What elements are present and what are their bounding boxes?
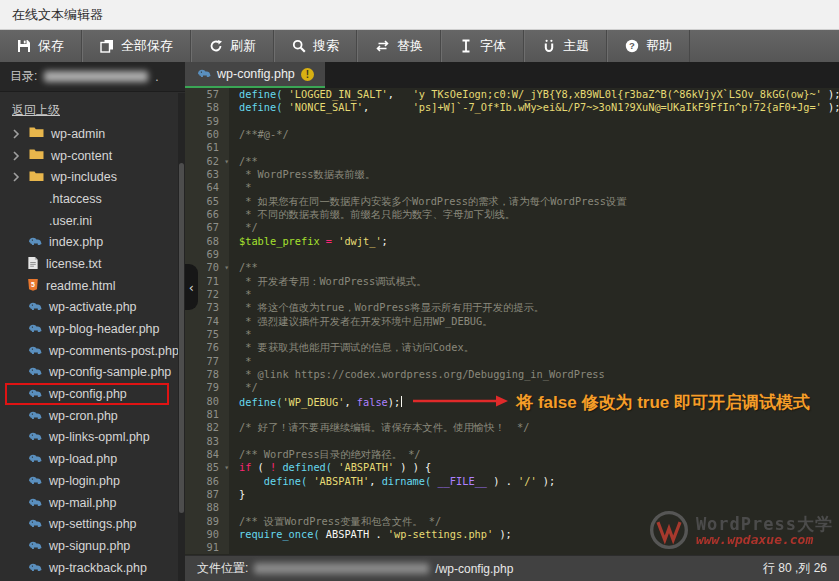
help-button[interactable]: ?帮助 [607, 30, 690, 62]
php-icon [27, 344, 42, 358]
status-bar: 文件位置: /wp-config.php 行 80 ,列 26 [185, 555, 839, 581]
line-number: 86 [185, 475, 229, 488]
file-item-wp-mail.php[interactable]: wp-mail.php [0, 492, 185, 514]
code-line: 83 [185, 435, 839, 448]
code-line: 66 * 不同的数据表前缀。前缀名只能为数字、字母加下划线。 [185, 208, 839, 221]
line-number: 63 [185, 168, 229, 181]
code-token: __FILE__ [437, 475, 487, 487]
directory-bar: 目录: . [0, 62, 185, 92]
folder-item-wp-includes[interactable]: wp-includes [0, 166, 185, 188]
file-name-label: wp-activate.php [49, 300, 137, 314]
code-text: * [229, 328, 251, 341]
code-line: 57define( 'LOGGED_IN_SALT', 'y TKsOeIogn… [185, 88, 839, 101]
file-name-label: wp-load.php [49, 452, 117, 466]
file-name-label: wp-cron.php [49, 409, 118, 423]
line-number: 68 [185, 235, 229, 248]
file-item-wp-config-sample.php[interactable]: wp-config-sample.php [0, 362, 185, 384]
line-number: 77 [185, 355, 229, 368]
code-token: */ [239, 381, 258, 393]
search-button[interactable]: 搜索 [274, 30, 357, 62]
code-text: if ( ! defined( 'ABSPATH' ) ) { [229, 461, 431, 474]
folder-icon [29, 148, 44, 163]
php-icon [27, 322, 42, 336]
chevron-right-icon[interactable] [12, 129, 22, 139]
chevron-right-icon[interactable] [12, 172, 22, 182]
back-to-parent-row: 返回上级 [0, 97, 185, 123]
code-token: 'y TKsOeIogn;c0:W/_jYB{Y8,xB9WL0l{r3baZ^… [413, 88, 822, 100]
file-item-.htaccess[interactable]: .htaccess [0, 188, 185, 210]
code-text: } [229, 488, 245, 501]
toolbar-button-label: 字体 [480, 37, 506, 55]
file-item-index.php[interactable]: index.php [0, 231, 185, 253]
line-number: 90 [185, 528, 229, 541]
toolbar-button-label: 帮助 [646, 37, 672, 55]
code-token: , [388, 88, 413, 100]
code-text: * WordPress数据表前缀。 [229, 168, 375, 181]
sidebar-scrollbar-thumb[interactable] [179, 163, 184, 513]
file-item-wp-load.php[interactable]: wp-load.php [0, 448, 185, 470]
code-text [229, 408, 239, 421]
sidebar-scrollbar[interactable] [178, 93, 185, 581]
file-item-wp-signup.php[interactable]: wp-signup.php [0, 535, 185, 557]
file-item-wp-cron.php[interactable]: wp-cron.php [0, 405, 185, 427]
code-token: * [239, 181, 251, 193]
file-item-readme.html[interactable]: 5readme.html [0, 275, 185, 297]
file-name-label: wp-signup.php [49, 539, 130, 553]
file-item-wp-comments-post.php[interactable]: wp-comments-post.php [0, 340, 185, 362]
annotation-text: 将 false 修改为 true 即可开启调试模式 [516, 393, 810, 412]
folder-item-wp-content[interactable]: wp-content [0, 145, 185, 167]
file-item-wp-login.php[interactable]: wp-login.php [0, 470, 185, 492]
chevron-right-icon[interactable] [12, 151, 22, 161]
code-token [239, 475, 264, 487]
main-area: 目录: . 返回上级 wp-adminwp-contentwp-includes… [0, 62, 839, 581]
code-text: */ [229, 221, 258, 234]
file-item-wp-activate.php[interactable]: wp-activate.php [0, 297, 185, 319]
refresh-button[interactable]: 刷新 [191, 30, 274, 62]
code-text: * 如果您有在同一数据库内安装多个WordPress的需求，请为每个WordPr… [229, 195, 627, 208]
line-number: 69 [185, 248, 229, 261]
line-number: 82 [185, 421, 229, 434]
code-token: define( [239, 395, 282, 407]
file-item-.user.ini[interactable]: .user.ini [0, 210, 185, 232]
folder-item-wp-admin[interactable]: wp-admin [0, 123, 185, 145]
watermark-name: WordPress大学 [696, 515, 833, 534]
file-item-license.txt[interactable]: license.txt [0, 253, 185, 275]
file-name-label: wp-comments-post.php [49, 344, 179, 358]
back-to-parent-link[interactable]: 返回上级 [12, 102, 60, 119]
toolbar-button-label: 主题 [563, 37, 589, 55]
code-token: /** [239, 261, 258, 273]
line-number: 80 [185, 395, 229, 408]
code-token: define( [239, 101, 282, 113]
file-item-wp-trackback.php[interactable]: wp-trackback.php [0, 557, 185, 579]
code-token: ); [822, 101, 839, 113]
code-token: ) . [487, 475, 518, 487]
code-token: dirname( [382, 475, 432, 487]
file-item-wp-config.php[interactable]: wp-config.php [0, 383, 185, 405]
code-token: 'ABSPATH' [338, 461, 394, 473]
line-number: 87 [185, 488, 229, 501]
line-number: 61 [185, 141, 229, 154]
save-button[interactable]: 保存 [0, 30, 82, 62]
save-all-button[interactable]: 全部保存 [82, 30, 191, 62]
theme-button[interactable]: 主题 [524, 30, 607, 62]
code-line: 67 */ [185, 221, 839, 234]
code-editor[interactable]: 57define( 'LOGGED_IN_SALT', 'y TKsOeIogn… [185, 88, 839, 555]
file-name-label: .htaccess [49, 192, 102, 206]
replace-button[interactable]: 替换 [357, 30, 441, 62]
file-item-wp-blog-header.php[interactable]: wp-blog-header.php [0, 318, 185, 340]
line-number: 78 [185, 368, 229, 381]
search-icon [292, 39, 306, 53]
font-button[interactable]: 字体 [441, 30, 524, 62]
file-name-label: license.txt [46, 257, 102, 271]
file-item-wp-links-opml.php[interactable]: wp-links-opml.php [0, 427, 185, 449]
code-line: 70▾/** [185, 261, 839, 274]
file-item-wp-settings.php[interactable]: wp-settings.php [0, 513, 185, 535]
sidebar-collapse-handle[interactable]: ‹ [185, 264, 198, 310]
code-line: 84/** WordPress目录的绝对路径。 */ [185, 448, 839, 461]
file-name: /wp-config.php [435, 562, 513, 576]
html-icon: 5 [27, 278, 39, 294]
code-line: 72 * [185, 288, 839, 301]
code-text: * [229, 355, 251, 368]
code-token: $table_prefix [239, 235, 320, 247]
tab-wp-config[interactable]: wp-config.php ! [185, 62, 325, 88]
